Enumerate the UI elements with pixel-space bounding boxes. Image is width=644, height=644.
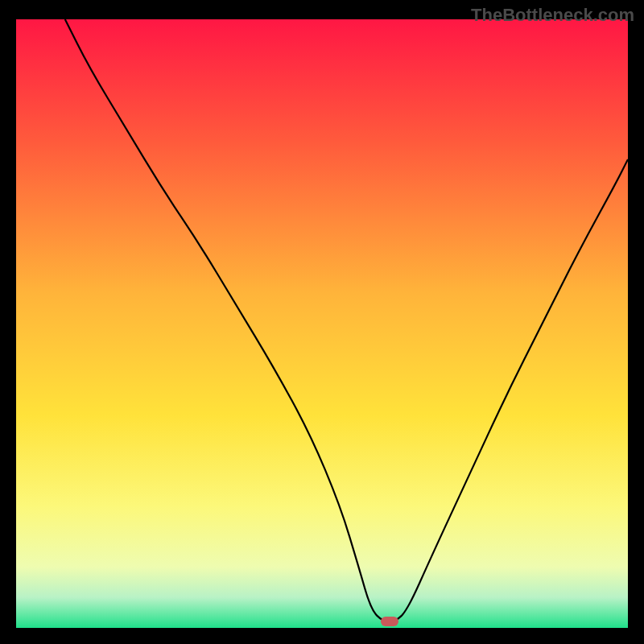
minimum-marker	[381, 617, 398, 626]
chart-area	[16, 19, 628, 628]
watermark-text: TheBottleneck.com	[471, 5, 634, 26]
bottleneck-curve	[16, 19, 628, 628]
